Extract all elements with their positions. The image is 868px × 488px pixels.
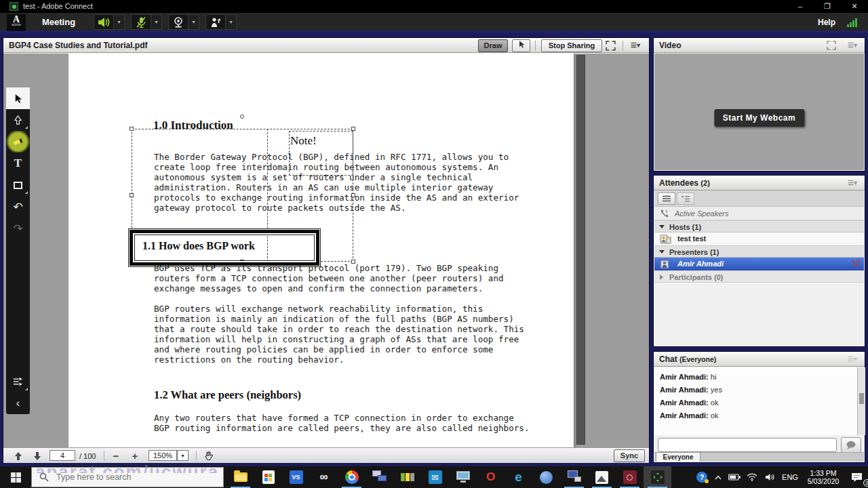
tray-wifi[interactable] [743, 466, 761, 488]
participants-group-header[interactable]: Participants (0) [654, 270, 864, 283]
attendee-row-host[interactable]: test test [654, 232, 864, 245]
taskbar-mail[interactable]: ✉ [421, 466, 449, 488]
selection-handle[interactable] [351, 127, 355, 131]
taskbar-file-explorer[interactable] [226, 466, 254, 488]
selection-handle[interactable] [130, 193, 134, 197]
selection-handle[interactable] [351, 193, 355, 197]
text-tool[interactable]: T [6, 152, 30, 174]
attendees-toolbar [654, 190, 864, 207]
microphone-muted-icon[interactable] [131, 14, 151, 30]
pointer-tool[interactable] [6, 109, 30, 131]
share-pod-menu-icon[interactable]: ☰▾ [629, 41, 642, 50]
start-button[interactable] [0, 466, 31, 488]
zoom-out-button[interactable]: − [109, 450, 123, 462]
zoom-in-button[interactable]: + [128, 450, 142, 462]
taskbar-remote-desktop[interactable] [366, 466, 393, 488]
hosts-group-header[interactable]: Hosts (1) [654, 220, 864, 232]
store-icon [262, 470, 275, 484]
taskbar-adobe-connect[interactable] [616, 466, 644, 488]
taskbar-edge[interactable]: e [505, 466, 532, 488]
highlighter-tool[interactable] [6, 131, 30, 152]
microphone-dropdown[interactable]: ▾ [151, 14, 162, 30]
status-dropdown[interactable]: ▾ [226, 14, 237, 30]
connection-strength-icon[interactable] [847, 18, 857, 27]
pan-tool-button[interactable] [201, 450, 215, 462]
redo-button[interactable]: ↷ [6, 218, 30, 239]
meeting-menu[interactable]: Meeting [42, 17, 75, 27]
page-number-input[interactable] [50, 450, 75, 461]
help-menu[interactable]: Help [818, 18, 835, 27]
taskbar-infinity-app[interactable]: ∞ [310, 466, 338, 488]
host-badge-icon [660, 234, 671, 245]
shape-tool[interactable] [6, 174, 30, 196]
sync-button[interactable]: Sync [614, 449, 645, 462]
webcam-dropdown[interactable]: ▾ [189, 14, 199, 30]
status-control: ▾ [205, 14, 237, 30]
next-page-button[interactable] [31, 450, 44, 462]
fullscreen-icon[interactable] [606, 41, 616, 53]
document-scrollbar[interactable] [576, 55, 585, 445]
taskbar-chrome[interactable] [338, 466, 366, 488]
select-tool[interactable] [6, 87, 30, 109]
drawn-rectangle-annotation[interactable]: 1.1 How does BGP work [130, 230, 319, 266]
start-webcam-button[interactable]: Start My Webcam [714, 109, 804, 127]
taskbar-visual-studio[interactable]: VS [282, 466, 310, 488]
pointer-button[interactable] [512, 39, 530, 52]
tray-clock[interactable]: 1:33 PM5/03/2020 [802, 466, 845, 488]
tray-language[interactable]: ENG [778, 466, 802, 488]
tray-help[interactable]: ? [693, 466, 711, 488]
taskbar-search[interactable] [31, 467, 224, 487]
list-view-icon [662, 195, 671, 202]
raise-hand-icon[interactable] [205, 14, 226, 30]
tray-battery[interactable] [726, 466, 743, 488]
taskbar-remote-pc[interactable] [560, 466, 588, 488]
taskbar-display-app[interactable] [449, 466, 477, 488]
taskbar-microsoft-store[interactable] [254, 466, 282, 488]
webcam-icon[interactable] [168, 14, 189, 30]
close-button[interactable]: ✕ [841, 0, 868, 13]
stamp-tool[interactable] [6, 371, 30, 392]
chat-tab-everyone[interactable]: Everyone [656, 452, 701, 462]
collapse-palette-button[interactable]: ‹ [6, 392, 30, 414]
stop-sharing-button[interactable]: Stop Sharing [541, 39, 602, 52]
attendee-status-view-button[interactable] [677, 192, 694, 205]
attendee-row-presenter-selected[interactable]: Amir Ahmadi [654, 258, 864, 270]
active-speakers-row[interactable]: Active Speakers [654, 207, 864, 220]
shared-document-title: BGP4 Case Studies and Tutorial.pdf [9, 41, 147, 50]
draw-button[interactable]: Draw [478, 39, 508, 52]
zoom-dropdown[interactable]: ▾ [177, 450, 189, 461]
attendees-pod-menu-icon[interactable]: ☰▾ [846, 178, 859, 188]
cursor-arrow-icon [13, 94, 23, 104]
minimize-button[interactable]: – [787, 0, 814, 13]
taskbar-photos[interactable] [588, 466, 616, 488]
taskbar-network-globe[interactable] [532, 466, 560, 488]
speaker-icon[interactable] [94, 14, 114, 30]
video-pod-menu-icon[interactable]: ☰▾ [846, 41, 859, 50]
maximize-button[interactable]: ❐ [814, 0, 841, 13]
taskbar-opera[interactable]: O [477, 466, 505, 488]
doc-heading-how: 1.1 How does BGP work [142, 240, 255, 252]
video-fullscreen-icon[interactable] [827, 41, 836, 52]
taskbar-screen-share-app[interactable] [644, 466, 671, 488]
speaker-dropdown[interactable]: ▾ [114, 14, 125, 30]
presenters-group-header[interactable]: Presenters (1) [654, 245, 864, 258]
selection-rotate-handle[interactable] [240, 115, 244, 119]
search-input[interactable] [55, 472, 211, 483]
tray-time: 1:33 PM [808, 469, 840, 477]
chat-scrollbar-thumb[interactable] [859, 393, 864, 404]
selection-handle[interactable] [130, 127, 134, 131]
chat-pod-menu-icon[interactable]: ☰▾ [846, 354, 859, 364]
chat-send-button[interactable] [841, 437, 861, 453]
previous-page-button[interactable] [12, 450, 25, 462]
note-annotation-rect[interactable] [289, 131, 353, 176]
undo-button[interactable]: ↶ [6, 196, 30, 218]
host-name: test test [677, 235, 706, 243]
zoom-level-value[interactable]: 150% [149, 450, 177, 461]
chat-message-input[interactable] [658, 438, 837, 452]
tray-hidden-icons[interactable] [711, 466, 726, 488]
chat-scrollbar[interactable] [857, 367, 865, 435]
attendee-list-view-button[interactable] [658, 192, 675, 205]
taskbar-vmware[interactable] [393, 466, 421, 488]
tray-action-center[interactable]: 2 [845, 466, 868, 488]
tray-volume[interactable] [761, 466, 778, 488]
